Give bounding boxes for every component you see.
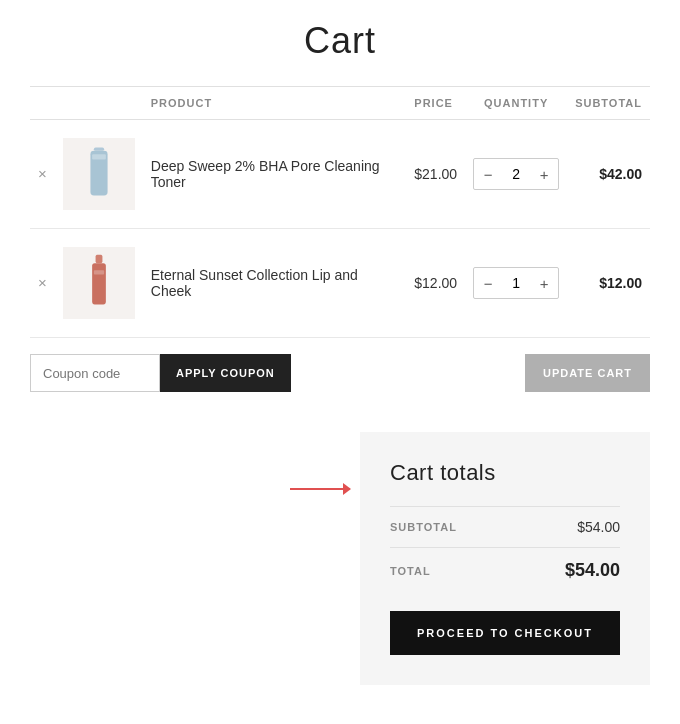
subtotal-label: SUBTOTAL <box>390 521 457 533</box>
coupon-area: APPLY COUPON <box>30 354 291 392</box>
quantity-increase-button[interactable]: + <box>530 159 558 189</box>
remove-item-button[interactable]: × <box>38 166 47 181</box>
product-image-cell <box>55 229 143 338</box>
cart-row-2: × Eternal Sunset Collection Lip and Chee… <box>30 229 650 338</box>
quantity-decrease-button[interactable]: − <box>474 159 502 189</box>
totals-wrapper: Cart totals SUBTOTAL $54.00 TOTAL $54.00… <box>30 432 650 685</box>
quantity-increase-button[interactable]: + <box>530 268 558 298</box>
product-subtotal-cell: $42.00 <box>567 120 650 229</box>
cart-totals-title: Cart totals <box>390 460 620 486</box>
quantity-input[interactable] <box>502 166 530 182</box>
arrow-line <box>290 488 350 490</box>
arrow-indicator <box>290 488 350 490</box>
cart-actions: APPLY COUPON UPDATE CART <box>30 354 650 392</box>
quantity-control: − + <box>473 158 559 190</box>
product-price-cell: $21.00 <box>406 120 465 229</box>
col-header-subtotal: SUBTOTAL <box>567 87 650 120</box>
cart-table: PRODUCT PRICE QUANTITY SUBTOTAL × Deep S… <box>30 86 650 338</box>
quantity-control: − + <box>473 267 559 299</box>
product-thumbnail <box>63 138 135 210</box>
remove-cell: × <box>30 229 55 338</box>
page-title: Cart <box>30 20 650 62</box>
total-row: TOTAL $54.00 <box>390 547 620 593</box>
total-value: $54.00 <box>565 560 620 581</box>
coupon-input[interactable] <box>30 354 160 392</box>
svg-rect-5 <box>94 270 104 274</box>
col-header-quantity: QUANTITY <box>465 87 567 120</box>
remove-item-button[interactable]: × <box>38 275 47 290</box>
quantity-decrease-button[interactable]: − <box>474 268 502 298</box>
svg-rect-3 <box>95 255 102 264</box>
product-image-cell <box>55 120 143 229</box>
product-name-cell: Eternal Sunset Collection Lip and Cheek <box>143 229 407 338</box>
product-quantity-cell: − + <box>465 229 567 338</box>
product-name-cell: Deep Sweep 2% BHA Pore Cleaning Toner <box>143 120 407 229</box>
svg-rect-0 <box>94 147 104 150</box>
total-label: TOTAL <box>390 565 431 577</box>
subtotal-row: SUBTOTAL $54.00 <box>390 506 620 547</box>
product-quantity-cell: − + <box>465 120 567 229</box>
cart-row-1: × Deep Sweep 2% BHA Pore Cleaning Toner … <box>30 120 650 229</box>
col-header-price: PRICE <box>406 87 465 120</box>
product-price-cell: $12.00 <box>406 229 465 338</box>
subtotal-value: $54.00 <box>577 519 620 535</box>
svg-rect-2 <box>92 154 106 159</box>
quantity-input[interactable] <box>502 275 530 291</box>
apply-coupon-button[interactable]: APPLY COUPON <box>160 354 291 392</box>
checkout-button[interactable]: PROCEED TO CHECKOUT <box>390 611 620 655</box>
product-subtotal-cell: $12.00 <box>567 229 650 338</box>
col-header-product: PRODUCT <box>143 87 407 120</box>
svg-rect-4 <box>92 263 106 304</box>
remove-cell: × <box>30 120 55 229</box>
product-thumbnail <box>63 247 135 319</box>
update-cart-button[interactable]: UPDATE CART <box>525 354 650 392</box>
cart-totals-box: Cart totals SUBTOTAL $54.00 TOTAL $54.00… <box>360 432 650 685</box>
